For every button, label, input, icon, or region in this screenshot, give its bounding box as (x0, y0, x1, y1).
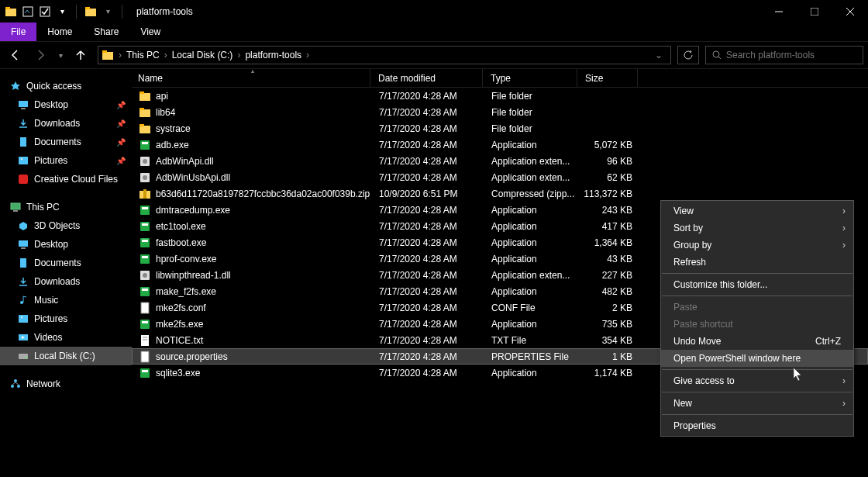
svg-point-59 (143, 273, 147, 278)
sidebar-item[interactable]: Pictures📌 (0, 151, 132, 170)
file-type: Application (484, 237, 578, 248)
file-type: PROPERTIES File (484, 351, 578, 362)
sidebar-item-label: Downloads (34, 118, 80, 129)
chevron-right-icon[interactable]: › (163, 50, 169, 60)
refresh-button[interactable] (677, 46, 699, 64)
tab-home[interactable]: Home (36, 22, 83, 41)
file-row[interactable]: b63d6d11720a8197827fccbbc36da02ac00f039b… (132, 185, 868, 202)
chevron-right-icon[interactable]: › (236, 50, 242, 60)
svg-rect-38 (140, 109, 150, 117)
sidebar-item-label: Downloads (34, 276, 80, 287)
menu-item[interactable]: Undo MoveCtrl+Z (661, 333, 853, 350)
sidebar-quick-access[interactable]: Quick access (0, 77, 132, 95)
back-button[interactable] (5, 44, 26, 66)
sidebar-label: Quick access (26, 81, 81, 92)
column-header-name[interactable]: Name▴ (132, 69, 370, 87)
file-date: 7/17/2020 4:28 AM (371, 270, 484, 281)
properties-icon[interactable] (22, 5, 34, 18)
menu-separator (662, 296, 852, 296)
breadcrumb[interactable]: › This PC › Local Disk (C:) › platform-t… (98, 46, 671, 64)
file-row[interactable]: systrace7/17/2020 4:28 AMFile folder (132, 120, 868, 137)
sidebar-item[interactable]: Documents📌 (0, 133, 132, 151)
file-row[interactable]: AdbWinApi.dll7/17/2020 4:28 AMApplicatio… (132, 153, 868, 169)
file-size: 243 KB (578, 205, 639, 216)
file-date: 10/9/2020 6:51 PM (371, 188, 484, 199)
sidebar-item[interactable]: Documents (0, 254, 132, 272)
menu-item[interactable]: Open PowerShell window here (661, 350, 853, 367)
dropdown-icon[interactable]: ▾ (102, 5, 114, 18)
forward-button[interactable] (29, 44, 51, 66)
maximize-button[interactable] (797, 0, 832, 22)
chevron-right-icon[interactable]: › (117, 50, 123, 60)
close-button[interactable] (832, 0, 868, 22)
menu-item[interactable]: Group by› (661, 237, 853, 254)
tab-share[interactable]: Share (83, 22, 129, 41)
svg-rect-53 (142, 223, 148, 226)
file-size: 735 KB (578, 319, 639, 330)
column-headers: Name▴ Date modified Type Size (132, 69, 868, 88)
exe-icon (139, 285, 151, 298)
sidebar-item[interactable]: Music (0, 291, 132, 309)
breadcrumb-segment[interactable]: Local Disk (C:) (169, 50, 236, 60)
menu-item[interactable]: Properties (661, 417, 853, 434)
folder-icon (139, 123, 151, 135)
column-header-size[interactable]: Size (577, 69, 638, 87)
sidebar-network[interactable]: Network (0, 375, 132, 393)
menu-item[interactable]: Sort by› (661, 219, 853, 237)
dll-icon (139, 171, 151, 184)
checkbox-icon[interactable] (39, 5, 51, 18)
menu-item[interactable]: New› (661, 395, 853, 412)
sidebar-item[interactable]: Creative Cloud Files (0, 170, 132, 188)
tab-view[interactable]: View (129, 22, 171, 41)
breadcrumb-segment[interactable]: This PC (123, 50, 163, 60)
chevron-right-icon[interactable]: › (305, 50, 311, 60)
menu-icon[interactable]: ▾ (56, 5, 68, 18)
menu-separator (662, 414, 852, 415)
up-button[interactable] (70, 44, 91, 66)
sidebar-item[interactable]: Pictures (0, 309, 132, 328)
menu-item[interactable]: View› (661, 202, 853, 219)
file-row[interactable]: lib647/17/2020 4:28 AMFile folder (132, 104, 868, 120)
sidebar-item-label: Videos (34, 332, 62, 343)
menu-item-label: View (673, 206, 694, 216)
sidebar-item[interactable]: Downloads (0, 272, 132, 291)
column-header-type[interactable]: Type (483, 69, 577, 87)
file-row[interactable]: AdbWinUsbApi.dll7/17/2020 4:28 AMApplica… (132, 169, 868, 185)
recent-dropdown[interactable]: ▾ (54, 44, 67, 66)
sidebar-this-pc[interactable]: This PC (0, 198, 132, 216)
column-header-date[interactable]: Date modified (370, 69, 483, 87)
network-icon (9, 378, 22, 390)
search-box[interactable] (705, 46, 863, 64)
svg-rect-56 (140, 254, 150, 264)
sidebar-item[interactable]: Desktop (0, 235, 132, 254)
sidebar-item[interactable]: Videos (0, 328, 132, 347)
file-type: Application (484, 205, 578, 216)
sidebar-item[interactable]: Desktop📌 (0, 95, 132, 114)
chevron-right-icon: › (842, 206, 846, 216)
sidebar-item-label: Desktop (34, 99, 68, 110)
breadcrumb-segment[interactable]: platform-tools (242, 50, 305, 60)
search-input[interactable] (726, 50, 856, 60)
computer-icon (9, 201, 22, 213)
menu-item[interactable]: Give access to› (661, 372, 853, 389)
sidebar-item[interactable]: 3D Objects (0, 216, 132, 235)
minimize-button[interactable] (761, 0, 797, 22)
file-row[interactable]: adb.exe7/17/2020 4:28 AMApplication5,072… (132, 137, 868, 153)
svg-rect-36 (140, 93, 150, 101)
file-row[interactable]: api7/17/2020 4:28 AMFile folder (132, 88, 868, 104)
file-date: 7/17/2020 4:28 AM (371, 319, 484, 330)
sidebar-item-label: Desktop (34, 239, 68, 250)
file-date: 7/17/2020 4:28 AM (371, 221, 484, 232)
pin-icon: 📌 (116, 119, 126, 128)
sidebar-item-label: Documents (34, 137, 81, 147)
svg-rect-17 (20, 137, 26, 147)
breadcrumb-dropdown[interactable]: ⌄ (650, 50, 667, 60)
videos-icon (17, 331, 29, 344)
file-menu[interactable]: File (0, 22, 36, 41)
sidebar-item[interactable]: Downloads📌 (0, 114, 132, 133)
svg-rect-51 (142, 207, 148, 209)
menu-item[interactable]: Refresh (661, 254, 853, 271)
menu-item[interactable]: Customize this folder... (661, 276, 853, 293)
menu-item-label: Paste shortcut (673, 319, 733, 330)
sidebar-item[interactable]: Local Disk (C:) (0, 347, 132, 365)
